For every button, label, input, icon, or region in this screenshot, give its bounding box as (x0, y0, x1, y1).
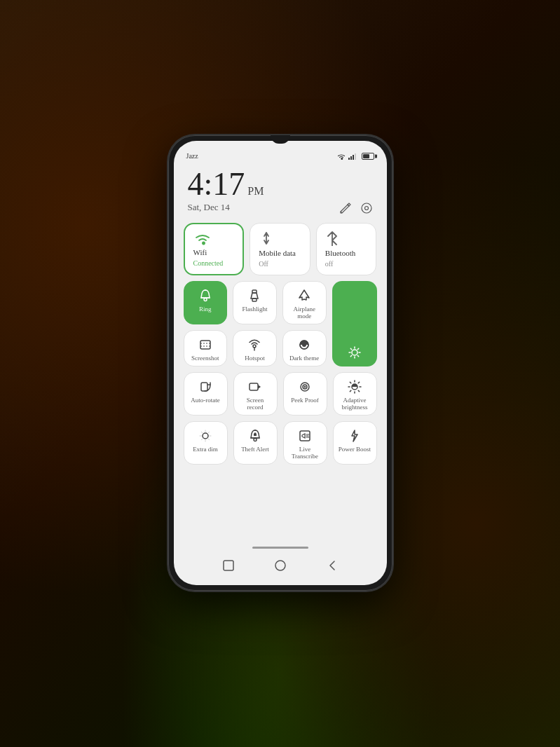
tile-wifi[interactable]: Wifi Connected (184, 223, 245, 275)
hotspot-tile-label: Hotspot (245, 355, 265, 362)
extra-dim-icon (198, 429, 212, 443)
svg-rect-3 (355, 153, 356, 160)
phone-container: Jazz (168, 135, 392, 591)
tile-brightness-slider[interactable] (332, 281, 377, 366)
nav-handle[interactable] (252, 547, 308, 549)
tile-airplane[interactable]: Airplane mode (282, 281, 327, 324)
svg-point-22 (304, 386, 306, 388)
power-boost-icon (348, 429, 362, 443)
hotspot-icon (247, 338, 261, 352)
svg-point-6 (204, 299, 207, 301)
nav-recents-button[interactable] (220, 557, 237, 574)
phone-screen: Jazz (174, 141, 387, 585)
svg-point-7 (205, 289, 206, 291)
ring-icon (198, 289, 212, 303)
home-icon (274, 559, 287, 572)
tile-screenshot[interactable]: Screenshot (184, 330, 228, 366)
svg-rect-2 (353, 155, 354, 160)
time-display: 4:17 PM (188, 168, 373, 200)
svg-rect-9 (252, 299, 257, 301)
airplane-icon (297, 289, 311, 303)
extra-dim-tile-label: Extra dim (193, 446, 218, 453)
nav-buttons (220, 557, 341, 574)
nav-home-button[interactable] (272, 557, 289, 574)
theft-alert-tile-label: Theft Alert (241, 446, 269, 453)
tile-auto-rotate[interactable]: Auto-rotate (184, 372, 228, 416)
svg-point-25 (254, 439, 257, 441)
recents-icon (222, 559, 235, 572)
tile-ring[interactable]: Ring (184, 281, 228, 324)
svg-point-32 (275, 561, 285, 570)
svg-rect-0 (348, 158, 350, 160)
qs-row-3: Auto-rotate Screen record (184, 372, 377, 416)
carrier-label: Jazz (186, 152, 198, 160)
tile-power-boost[interactable]: Power Boost (333, 421, 377, 465)
tile-dark-theme[interactable]: Dark theme (282, 330, 327, 366)
time-actions (339, 202, 373, 214)
tile-live-transcribe[interactable]: Live Transcribe (283, 421, 327, 465)
screen-record-icon (248, 380, 262, 394)
nav-back-button[interactable] (324, 557, 341, 574)
mobile-data-icon (259, 231, 274, 246)
tile-mobile-data[interactable]: Mobile data Off (250, 223, 310, 275)
tile-screen-record[interactable]: Screen record (233, 372, 278, 416)
screen-record-tile-label: Screen record (238, 397, 273, 411)
screenshot-tile-label: Screenshot (191, 355, 219, 362)
nav-bar (174, 541, 387, 585)
qs-row-large: Wifi Connected Mobile data Off (184, 223, 377, 275)
phone-outer: Jazz (168, 135, 392, 591)
mobile-data-tile-label: Mobile data (259, 249, 301, 257)
qs-row-4: Extra dim Theft Alert (184, 421, 377, 465)
peek-proof-tile-label: Peek Proof (291, 397, 319, 404)
power-boost-tile-label: Power Boost (339, 446, 371, 453)
wifi-tile-label: Wifi (193, 248, 235, 256)
settings-icon[interactable] (360, 202, 373, 214)
edit-icon[interactable] (339, 202, 352, 214)
svg-point-24 (203, 433, 208, 439)
svg-rect-11 (200, 341, 210, 349)
svg-point-5 (364, 207, 368, 210)
bluetooth-tile-sub: off (325, 260, 368, 268)
tile-extra-dim[interactable]: Extra dim (184, 421, 228, 465)
svg-point-26 (254, 430, 256, 431)
status-icons (336, 153, 374, 160)
bluetooth-icon (325, 231, 339, 246)
flashlight-tile-label: Flashlight (242, 306, 267, 313)
tile-peek-proof[interactable]: Peek Proof (283, 372, 327, 416)
theft-alert-icon (248, 429, 262, 443)
svg-rect-17 (201, 383, 207, 391)
tile-theft-alert[interactable]: Theft Alert (233, 421, 278, 465)
auto-rotate-tile-label: Auto-rotate (191, 397, 219, 404)
tile-hotspot[interactable]: Hotspot (233, 330, 277, 366)
auto-rotate-icon (198, 380, 212, 394)
back-icon (326, 559, 339, 572)
wifi-tile-sub: Connected (193, 259, 235, 267)
ampm-label: PM (247, 185, 264, 198)
svg-rect-18 (250, 383, 258, 390)
signal-icon (348, 153, 358, 160)
dark-theme-tile-label: Dark theme (289, 355, 319, 362)
wifi-icon (193, 231, 212, 245)
tile-adaptive-brightness[interactable]: Adaptive brightness (333, 372, 377, 416)
tile-bluetooth[interactable]: Bluetooth off (316, 223, 377, 275)
svg-point-10 (352, 350, 357, 355)
svg-rect-31 (224, 561, 233, 570)
adaptive-brightness-tile-label: Adaptive brightness (338, 397, 372, 411)
mobile-data-tile-sub: Off (259, 260, 301, 268)
tile-flashlight[interactable]: Flashlight (233, 281, 277, 324)
svg-marker-19 (258, 385, 261, 389)
status-bar: Jazz (174, 141, 387, 163)
quick-settings: Wifi Connected Mobile data Off (174, 219, 387, 541)
time-label: 4:17 (188, 168, 245, 200)
adaptive-brightness-icon (348, 380, 362, 394)
peek-proof-icon (298, 380, 312, 394)
battery-icon (362, 153, 374, 160)
wifi-status-icon (336, 153, 346, 160)
airplane-tile-label: Airplane mode (287, 306, 322, 320)
ring-tile-label: Ring (199, 306, 212, 313)
svg-rect-1 (350, 156, 352, 160)
time-section: 4:17 PM Sat, Dec 14 (174, 163, 387, 219)
brightness-slider-icon (348, 345, 362, 359)
live-transcribe-tile-label: Live Transcribe (288, 446, 322, 460)
svg-point-4 (362, 203, 371, 213)
